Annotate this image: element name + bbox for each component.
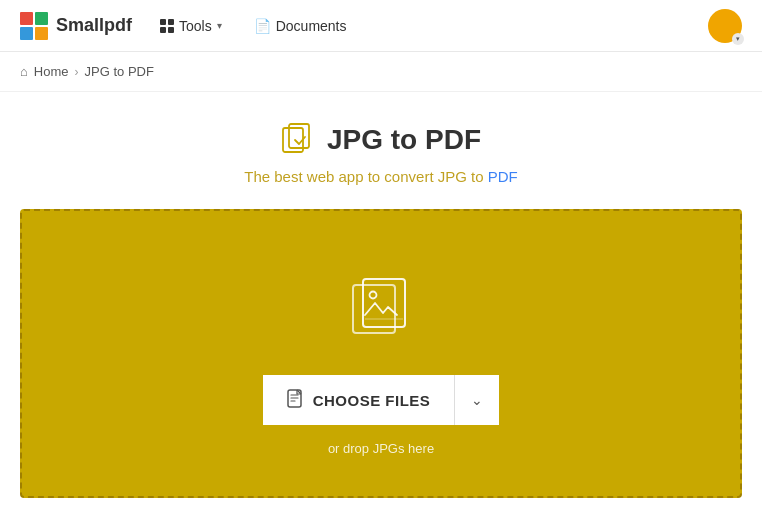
subtitle-highlight: PDF <box>488 168 518 185</box>
avatar[interactable]: ▾ <box>708 9 742 43</box>
page-subtitle: The best web app to convert JPG to PDF <box>244 168 517 185</box>
choose-files-button[interactable]: CHOOSE FILES <box>263 375 456 425</box>
drop-hint-text: or drop JPGs here <box>328 441 434 456</box>
logo[interactable]: Smallpdf <box>20 12 132 40</box>
page-title-area: JPG to PDF <box>281 122 481 158</box>
breadcrumb-separator: › <box>75 65 79 79</box>
breadcrumb-current: JPG to PDF <box>85 64 154 79</box>
avatar-chevron-icon: ▾ <box>732 33 744 45</box>
breadcrumb-home-link[interactable]: Home <box>34 64 69 79</box>
drop-zone[interactable]: CHOOSE FILES ⌄ or drop JPGs here <box>20 209 742 498</box>
svg-rect-3 <box>363 279 405 327</box>
dropdown-button[interactable]: ⌄ <box>455 375 499 425</box>
header: Smallpdf Tools ▾ 📄 Documents ▾ <box>0 0 762 52</box>
documents-nav-item[interactable]: 📄 Documents <box>250 12 351 40</box>
page-title: JPG to PDF <box>327 124 481 156</box>
documents-label: Documents <box>276 18 347 34</box>
upload-icon <box>345 271 417 347</box>
choose-files-doc-icon <box>287 389 305 412</box>
grid-icon <box>160 19 174 33</box>
document-icon: 📄 <box>254 18 271 34</box>
button-row: CHOOSE FILES ⌄ <box>263 375 500 425</box>
choose-files-label: CHOOSE FILES <box>313 392 431 409</box>
jpg-to-pdf-icon <box>281 122 317 158</box>
header-right: ▾ <box>708 9 742 43</box>
breadcrumb: ⌂ Home › JPG to PDF <box>0 52 762 92</box>
main-content: JPG to PDF The best web app to convert J… <box>0 92 762 518</box>
svg-point-4 <box>370 292 377 299</box>
tools-nav-item[interactable]: Tools ▾ <box>156 12 226 40</box>
logo-icon <box>20 12 48 40</box>
tools-label: Tools <box>179 18 212 34</box>
logo-text: Smallpdf <box>56 15 132 36</box>
header-left: Smallpdf Tools ▾ 📄 Documents <box>20 12 351 40</box>
tools-chevron-icon: ▾ <box>217 20 222 31</box>
dropdown-chevron-icon: ⌄ <box>471 392 483 408</box>
home-icon: ⌂ <box>20 64 28 79</box>
